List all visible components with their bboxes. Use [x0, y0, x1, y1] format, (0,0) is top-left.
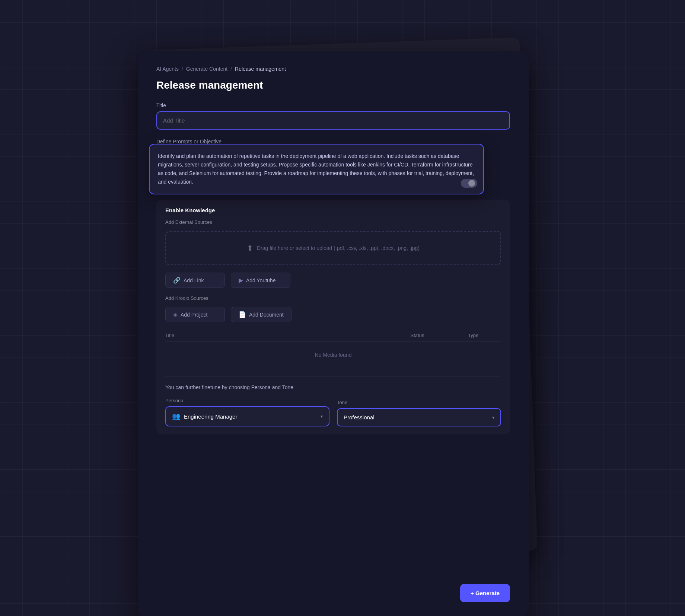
- generate-label: + Generate: [471, 590, 500, 596]
- link-icon: 🔗: [173, 277, 181, 284]
- media-table: Title Status Type No Media found: [165, 330, 501, 365]
- drop-zone[interactable]: ⬆ Drag file here or select to upload (.p…: [165, 231, 501, 265]
- add-project-button[interactable]: ◈ Add Project: [165, 307, 225, 322]
- persona-group: Persona 👥 Engineering Manager ▾: [165, 398, 329, 426]
- external-buttons-row: 🔗 Add Link ▶ Add Youtube: [165, 273, 501, 288]
- tone-value: Professional: [344, 414, 375, 420]
- prompt-toggle[interactable]: [461, 179, 477, 188]
- persona-label: Persona: [165, 398, 329, 403]
- page-title: Release management: [156, 79, 510, 91]
- prompt-floating-box: Identify and plan the automation of repe…: [149, 144, 484, 194]
- add-project-label: Add Project: [181, 312, 207, 318]
- title-input[interactable]: [156, 111, 510, 130]
- kroolo-buttons-row: ◈ Add Project 📄 Add Document: [165, 307, 501, 322]
- knowledge-section: Enable Knowledge Add External Sources ⬆ …: [156, 200, 510, 434]
- upload-icon: ⬆: [247, 244, 253, 253]
- persona-chevron-icon: ▾: [321, 414, 323, 419]
- tone-label: Tone: [337, 400, 501, 405]
- document-icon: 📄: [239, 311, 246, 318]
- dropdowns-row: Persona 👥 Engineering Manager ▾ Tone: [165, 398, 501, 426]
- youtube-icon: ▶: [239, 277, 243, 284]
- generate-area: + Generate: [460, 584, 510, 602]
- breadcrumb-generate-content[interactable]: Generate Content: [186, 66, 227, 72]
- breadcrumb: AI Agents / Generate Content / Release m…: [156, 66, 510, 72]
- add-document-button[interactable]: 📄 Add Document: [231, 307, 291, 322]
- table-col-type: Type: [445, 333, 501, 338]
- title-field-label: Title: [156, 102, 510, 108]
- add-link-button[interactable]: 🔗 Add Link: [165, 273, 225, 288]
- main-card: AI Agents / Generate Content / Release m…: [138, 51, 529, 616]
- prompt-text: Identify and plan the automation of repe…: [158, 152, 475, 186]
- breadcrumb-release-management: Release management: [235, 66, 286, 72]
- finetune-title: You can further finetune by choosing Per…: [165, 384, 501, 390]
- table-col-status: Status: [389, 333, 445, 338]
- no-media-message: No Media found: [165, 344, 501, 365]
- add-youtube-button[interactable]: ▶ Add Youtube: [231, 273, 290, 288]
- tone-group: Tone Professional ▾: [337, 400, 501, 426]
- breadcrumb-ai-agents[interactable]: AI Agents: [156, 66, 179, 72]
- persona-value: Engineering Manager: [184, 413, 237, 420]
- persona-icon: 👥: [172, 412, 180, 420]
- prompt-section: Define Prompts or Objective Use the pre-…: [156, 139, 510, 151]
- drop-zone-text: Drag file here or select to upload (.pdf…: [257, 245, 420, 251]
- breadcrumb-sep-2: /: [230, 66, 232, 72]
- table-col-title: Title: [165, 333, 389, 338]
- persona-dropdown[interactable]: 👥 Engineering Manager ▾: [165, 406, 329, 426]
- kroolo-sources-label: Add Kroolo Sources: [165, 295, 501, 301]
- project-icon: ◈: [173, 311, 178, 318]
- tone-dropdown[interactable]: Professional ▾: [337, 408, 501, 426]
- finetune-section: You can further finetune by choosing Per…: [165, 384, 501, 426]
- divider: [165, 377, 501, 377]
- add-document-label: Add Document: [249, 312, 284, 318]
- generate-button[interactable]: + Generate: [460, 584, 510, 602]
- knowledge-title: Enable Knowledge: [165, 207, 501, 213]
- tone-chevron-icon: ▾: [492, 415, 494, 420]
- table-header: Title Status Type: [165, 330, 501, 342]
- external-sources-label: Add External Sources: [165, 219, 501, 225]
- breadcrumb-sep-1: /: [182, 66, 183, 72]
- add-link-label: Add Link: [184, 277, 204, 283]
- add-youtube-label: Add Youtube: [246, 277, 275, 283]
